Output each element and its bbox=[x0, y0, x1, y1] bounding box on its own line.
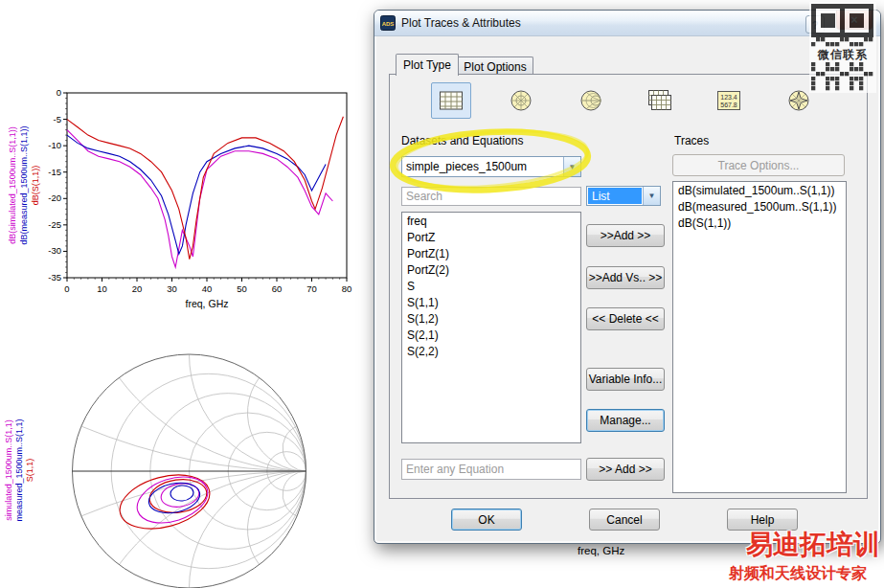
dataset-list-item[interactable]: S(2,2) bbox=[403, 344, 579, 360]
x-axis-title: freq, GHz bbox=[186, 298, 229, 309]
trace-list-item[interactable]: dB(simulated_1500um..S(1,1)) bbox=[674, 183, 845, 199]
y-tick-label: -5 bbox=[54, 114, 61, 124]
dataset-combo-arrow[interactable]: ▼ bbox=[563, 157, 580, 176]
rectangular-plot-icon bbox=[439, 90, 464, 111]
plot-type-rectangular-button[interactable] bbox=[431, 82, 471, 119]
tab-plot-type[interactable]: Plot Type bbox=[396, 54, 459, 76]
qr-caption: 微信联系 bbox=[811, 47, 874, 62]
tab-label: Plot Options bbox=[464, 60, 526, 74]
traces-listbox[interactable]: dB(simulated_1500um..S(1,1))dB(measured_… bbox=[672, 181, 847, 493]
chevron-down-icon: ▼ bbox=[648, 192, 656, 200]
x-tick-label: 80 bbox=[342, 283, 352, 294]
rectangular-plot-canvas: 010203040506070800-5-10-15-20-25-30-35fr… bbox=[0, 84, 364, 319]
smith-axis-title-line: S(1,1) bbox=[25, 459, 34, 483]
plot-type-stacked-button[interactable] bbox=[640, 82, 680, 119]
x-tick-label: 40 bbox=[202, 283, 213, 294]
list-filter-combo-arrow[interactable]: ▼ bbox=[643, 187, 660, 205]
y-tick-label: -35 bbox=[48, 272, 61, 283]
y-tick-label: -10 bbox=[48, 140, 61, 150]
variable-info-button[interactable]: Variable Info... bbox=[586, 368, 665, 391]
y-tick-label: -15 bbox=[48, 167, 61, 177]
trace-options-button[interactable]: Trace Options... bbox=[672, 154, 845, 176]
ok-button[interactable]: OK bbox=[451, 509, 522, 531]
dataset-list-item[interactable]: S(1,1) bbox=[403, 295, 579, 311]
y-tick-label: 0 bbox=[57, 87, 61, 98]
smith-axis-title-line: measured_1500um..S(1,1) bbox=[14, 418, 24, 521]
trace-list-item[interactable]: dB(measured_1500um..S(1,1)) bbox=[674, 199, 845, 215]
y-axis-title-line: dB(simulated_1500um..S(1,1)) bbox=[8, 126, 17, 244]
smith-trace-loop bbox=[131, 468, 214, 531]
plot-type-polar-button[interactable] bbox=[501, 82, 541, 119]
dataset-combo[interactable]: simple_pieces_1500um ▼ bbox=[401, 156, 581, 177]
add-button[interactable]: >>Add >> bbox=[586, 224, 665, 247]
rectangular-plot: 010203040506070800-5-10-15-20-25-30-35fr… bbox=[0, 84, 364, 319]
x-tick-label: 70 bbox=[306, 283, 317, 294]
x-tick-label: 0 bbox=[64, 283, 69, 294]
x-tick-label: 50 bbox=[237, 283, 247, 294]
smith-trace-loop bbox=[170, 485, 193, 502]
brand-watermark-title: 易迪拓培训 bbox=[746, 527, 880, 563]
qr-code-icon bbox=[811, 4, 873, 47]
dataset-list-item[interactable]: S(2,1) bbox=[403, 328, 579, 344]
plot-type-list-button[interactable]: 123.4 567.8 bbox=[709, 82, 749, 119]
smith-axis-labels: simulated_1500um..S(1,1)measured_1500um.… bbox=[0, 352, 44, 588]
dataset-listbox[interactable]: freqPortZPortZ(1)PortZ(2)SS(1,1)S(1,2)S(… bbox=[401, 212, 581, 443]
tab-label: Plot Type bbox=[403, 58, 451, 72]
equation-input[interactable] bbox=[401, 459, 581, 480]
manage-button[interactable]: Manage... bbox=[586, 409, 665, 432]
plot-trace bbox=[67, 117, 343, 260]
smith-axis-title-line: simulated_1500um..S(1,1) bbox=[4, 419, 13, 521]
search-input[interactable] bbox=[401, 187, 581, 206]
dialog-titlebar[interactable]: ADS Plot Traces & Attributes ? × bbox=[374, 11, 880, 36]
y-tick-label: -30 bbox=[48, 245, 61, 256]
x-tick-label: 30 bbox=[167, 283, 177, 294]
y-axis-title-line: dB(S(1,1)) bbox=[31, 166, 40, 206]
add-vs-button[interactable]: >>Add Vs.. >> bbox=[586, 266, 665, 289]
tab-plot-options[interactable]: Plot Options bbox=[457, 57, 533, 76]
dataset-list-item[interactable]: PortZ(2) bbox=[403, 262, 579, 279]
qr-code-icon bbox=[811, 62, 873, 91]
svg-text:ADS: ADS bbox=[382, 21, 395, 27]
y-tick-label: -20 bbox=[48, 192, 61, 203]
stacked-plot-icon bbox=[647, 89, 672, 112]
brand-watermark-subtitle: 射频和天线设计专家 bbox=[729, 564, 867, 584]
plot-traces-attributes-dialog: ADS Plot Traces & Attributes ? × Plot Ty… bbox=[374, 10, 881, 544]
app-icon: ADS bbox=[380, 15, 396, 31]
x-tick-label: 20 bbox=[132, 283, 143, 294]
antenna-plot-icon bbox=[787, 89, 810, 112]
plot-type-smith-button[interactable] bbox=[571, 82, 611, 119]
smith-chart-icon bbox=[579, 89, 602, 112]
x-tick-label: 60 bbox=[272, 283, 283, 294]
plot-type-panel: 123.4 567.8 Datasets and Equations simpl… bbox=[389, 74, 868, 499]
smith-chart-canvas bbox=[57, 352, 335, 588]
y-axis-title-line: dB(measured_1500um..S(1,1)) bbox=[19, 125, 29, 244]
plot-frame bbox=[67, 93, 347, 278]
traces-label: Traces bbox=[674, 134, 709, 147]
dataset-list-item[interactable]: PortZ(1) bbox=[403, 246, 579, 262]
background-axis-label: freq, GHz bbox=[578, 545, 624, 556]
equation-add-button[interactable]: >> Add >> bbox=[586, 458, 665, 481]
polar-plot-icon bbox=[510, 89, 533, 112]
chevron-down-icon: ▼ bbox=[569, 163, 577, 171]
plot-trace bbox=[67, 135, 326, 254]
svg-text:567.8: 567.8 bbox=[720, 102, 737, 108]
datasets-and-equations-label: Datasets and Equations bbox=[401, 134, 523, 147]
dataset-list-item[interactable]: S bbox=[403, 279, 579, 295]
x-tick-label: 10 bbox=[97, 283, 107, 294]
list-plot-icon: 123.4 567.8 bbox=[716, 89, 741, 112]
delete-button[interactable]: << Delete << bbox=[586, 307, 665, 330]
dialog-title: Plot Traces & Attributes bbox=[401, 16, 521, 30]
y-tick-label: -25 bbox=[48, 219, 61, 230]
list-filter-combo-value: List bbox=[588, 188, 642, 204]
trace-list-item[interactable]: dB(S(1,1)) bbox=[674, 215, 845, 232]
list-filter-combo[interactable]: List ▼ bbox=[586, 186, 661, 206]
cancel-button[interactable]: Cancel bbox=[589, 509, 660, 531]
dataset-list-item[interactable]: PortZ bbox=[403, 230, 579, 246]
svg-text:123.4: 123.4 bbox=[720, 94, 737, 101]
dataset-list-item[interactable]: S(1,2) bbox=[403, 311, 579, 328]
qr-watermark: 微信联系 bbox=[809, 2, 876, 93]
dataset-list-item[interactable]: freq bbox=[403, 214, 579, 230]
dataset-combo-value: simple_pieces_1500um bbox=[402, 157, 563, 176]
